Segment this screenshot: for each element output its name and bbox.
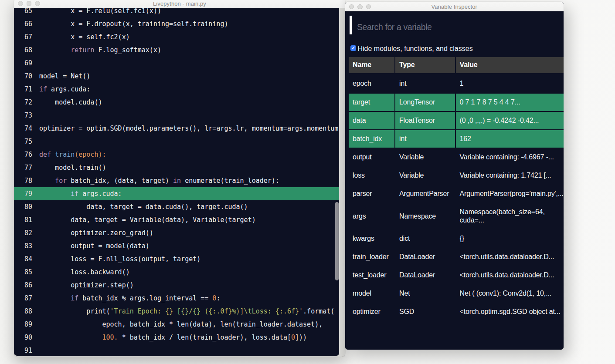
variable-type: dict <box>395 229 455 248</box>
search-input[interactable]: Search for a variable <box>345 11 564 41</box>
code-line: 86 optimizer.step() <box>14 279 339 292</box>
code-text: def train(epoch): <box>32 151 106 158</box>
code-text <box>32 59 39 67</box>
line-number: 65 <box>14 8 32 18</box>
hide-modules-checkbox[interactable]: ✓ <box>350 45 356 51</box>
column-header-value: Value <box>455 57 564 74</box>
code-line: 72 model.cuda() <box>14 96 339 109</box>
code-line: 66 x = F.dropout(x, training=self.traini… <box>14 17 339 30</box>
line-number: 71 <box>14 83 32 96</box>
code-line: 78 for batch_idx, (data, target) in enum… <box>14 174 339 187</box>
line-number: 76 <box>14 148 32 161</box>
inspector-content: Search for a variable ✓ Hide modules, fu… <box>345 11 564 350</box>
variable-name: parser <box>349 185 395 203</box>
code-text: optimizer.zero_grad() <box>32 229 153 237</box>
line-number: 91 <box>14 344 32 356</box>
line-number: 72 <box>14 96 32 109</box>
code-line: 87 if batch_idx % args.log_interval == 0… <box>14 292 339 305</box>
variable-value: Variable containing: -4.6967 -... <box>455 148 564 166</box>
editor-titlebar[interactable]: Livepython - main.py <box>14 0 345 8</box>
code-line: 84 loss = F.nll_loss(output, target) <box>14 253 339 266</box>
variable-row[interactable]: test_loaderDataLoader<torch.utils.data.d… <box>349 266 564 284</box>
variable-type: DataLoader <box>395 248 455 266</box>
line-number: 87 <box>14 292 32 305</box>
variable-value: ArgumentParser(prog='main.py',... <box>455 185 564 203</box>
line-number: 74 <box>14 122 32 135</box>
code-text: print('Train Epoch: {} [{}/{} ({:.0f}%)]… <box>32 307 334 315</box>
code-line: 77 model.train() <box>14 161 339 174</box>
code-text: for batch_idx, (data, target) in enumera… <box>32 177 279 185</box>
code-line: 68 return F.log_softmax(x) <box>14 44 339 57</box>
desktop: { "desktop": { "background": "#f5f5f3" }… <box>0 0 615 364</box>
variable-type: Namespace <box>395 203 455 229</box>
code-text: optimizer = optim.SGD(model.parameters()… <box>32 125 339 132</box>
code-line: 89 epoch, batch_idx * len(data), len(tra… <box>14 318 339 331</box>
line-number: 69 <box>14 57 32 70</box>
variable-row[interactable]: dataFloatTensor(0 ,0 ,.,.) = -0.4242 -0.… <box>349 111 564 130</box>
variable-type: int <box>395 74 455 93</box>
code-text: model.train() <box>32 164 106 172</box>
variable-name: args <box>349 203 395 229</box>
variable-type: ArgumentParser <box>395 185 455 203</box>
variable-name: kwargs <box>349 229 395 248</box>
code-line: 83 output = model(data) <box>14 239 339 253</box>
variable-name: model <box>349 284 395 303</box>
code-text <box>32 111 39 119</box>
hide-modules-label: Hide modules, functions, and classes <box>358 45 473 53</box>
code-text: x = F.relu(self.fc1(x)) <box>32 8 161 15</box>
code-text: output = model(data) <box>32 242 150 250</box>
code-text: data, target = Variable(data), Variable(… <box>32 216 256 224</box>
code-text: epoch, batch_idx * len(data), len(train_… <box>32 320 323 328</box>
line-number: 89 <box>14 318 32 331</box>
variable-type: DataLoader <box>395 266 455 284</box>
editor-scrollbar-thumb[interactable] <box>335 202 339 280</box>
code-line: 88 print('Train Epoch: {} [{}/{} ({:.0f}… <box>14 305 339 318</box>
code-line: 91 <box>14 344 339 356</box>
inspector-titlebar[interactable]: Variable Inspector <box>345 2 564 11</box>
variable-value: <torch.utils.data.dataloader.D... <box>455 266 564 284</box>
code-line: 76def train(epoch): <box>14 148 339 161</box>
code-text: 100. * batch_idx / len(train_loader), lo… <box>32 334 307 341</box>
line-number: 85 <box>14 266 32 279</box>
code-text: model.cuda() <box>32 98 102 106</box>
variable-name: optimizer <box>349 303 395 321</box>
line-number: 90 <box>14 331 32 344</box>
variable-value: {} <box>455 229 564 248</box>
variable-row[interactable]: lossVariableVariable containing: 1.7421 … <box>349 166 564 185</box>
line-number: 78 <box>14 174 32 187</box>
code-line: 65 x = F.relu(self.fc1(x)) <box>14 8 339 18</box>
text-caret <box>350 16 352 34</box>
variable-row[interactable]: argsNamespaceNamespace(batch_size=64, cu… <box>349 203 564 229</box>
variable-type: FloatTensor <box>395 111 455 130</box>
variable-value: Namespace(batch_size=64, cuda=... <box>455 203 564 229</box>
code-text: if args.cuda: <box>32 85 90 93</box>
code-text: model = Net() <box>32 72 90 80</box>
variable-name: output <box>349 148 395 166</box>
variable-row[interactable]: targetLongTensor0 7 1 7 8 7 5 4 4 7... <box>349 93 564 111</box>
variable-row[interactable]: batch_idxint162 <box>349 130 564 148</box>
line-number: 73 <box>14 109 32 122</box>
code-text: if batch_idx % args.log_interval == 0: <box>32 294 220 302</box>
variable-row[interactable]: optimizerSGD<torch.optim.sgd.SGD object … <box>349 303 564 321</box>
line-number: 81 <box>14 213 32 226</box>
code-text <box>32 138 39 145</box>
variable-type: int <box>395 130 455 148</box>
line-number: 70 <box>14 70 32 83</box>
editor-scrollbar-track <box>339 0 345 357</box>
variable-row[interactable]: parserArgumentParserArgumentParser(prog=… <box>349 185 564 203</box>
variable-value: Net ( (conv1): Conv2d(1, 10,... <box>455 284 564 303</box>
line-number: 84 <box>14 253 32 266</box>
variable-name: train_loader <box>349 248 395 266</box>
variable-row[interactable]: outputVariableVariable containing: -4.69… <box>349 148 564 166</box>
variable-row[interactable]: epochint1 <box>349 74 564 93</box>
variable-row[interactable]: modelNetNet ( (conv1): Conv2d(1, 10,... <box>349 284 564 303</box>
code-line: 71if args.cuda: <box>14 83 339 96</box>
code-editor: 65 x = F.relu(self.fc1(x))66 x = F.dropo… <box>14 8 339 356</box>
variable-value: <torch.optim.sgd.SGD object at... <box>455 303 564 321</box>
variable-row[interactable]: train_loaderDataLoader<torch.utils.data.… <box>349 248 564 266</box>
line-number: 67 <box>14 30 32 44</box>
code-line: 79 if args.cuda: <box>14 187 339 200</box>
variable-row[interactable]: kwargsdict{} <box>349 229 564 248</box>
code-text <box>32 347 39 354</box>
line-number: 83 <box>14 239 32 253</box>
